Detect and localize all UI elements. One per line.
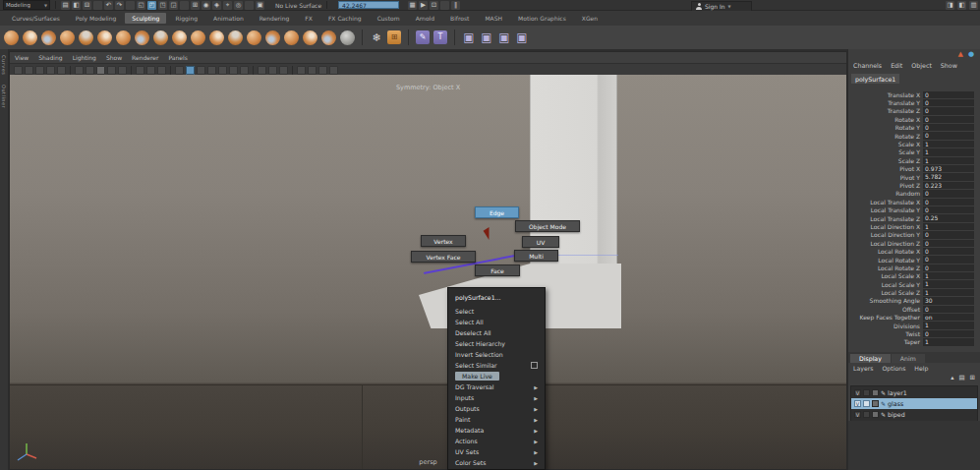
channel-label[interactable]: Translate X	[848, 91, 923, 98]
channel-label[interactable]: Translate Z	[848, 107, 923, 114]
snap-grid-icon[interactable]: ⊞	[191, 1, 200, 10]
channel-label[interactable]: Scale X	[848, 141, 923, 147]
shelf-tab[interactable]: Sculpting	[125, 13, 166, 24]
snap-curve-icon[interactable]: ◉	[202, 1, 210, 10]
layer-row[interactable]: V ✎ glass	[851, 398, 977, 409]
layer-editor-menu-item[interactable]: Layers	[853, 365, 873, 372]
bulge-tool-icon[interactable]	[284, 30, 299, 45]
shelf-tab[interactable]: Bifrost	[443, 13, 476, 24]
layer-playback-checkbox[interactable]	[863, 389, 870, 396]
layer-name[interactable]: biped	[888, 411, 905, 418]
snap-point-icon[interactable]: ◈	[212, 1, 221, 10]
gate-mask-icon[interactable]	[136, 66, 144, 75]
collapsed-panel-tab[interactable]: Outliner	[1, 85, 7, 108]
shelf-icon[interactable]	[362, 29, 363, 45]
2d-pan-zoom-icon[interactable]	[75, 66, 84, 75]
channel-value-field[interactable]: 1	[923, 157, 974, 164]
channel-value-field[interactable]: 0	[923, 132, 974, 139]
channel-label[interactable]: Translate Y	[848, 99, 923, 106]
channel-label[interactable]: Local Translate Y	[848, 206, 923, 213]
channel-value-field[interactable]: 1	[923, 141, 974, 147]
xray-icon[interactable]	[268, 66, 277, 75]
amplify-tool-icon[interactable]	[303, 30, 317, 45]
shaded-icon[interactable]	[186, 66, 195, 75]
channel-box-menu-item[interactable]: Show	[941, 62, 957, 69]
flatten-tool-icon[interactable]	[97, 30, 112, 45]
sculpt-tool-icon[interactable]	[4, 30, 19, 45]
layer-visibility-checkbox[interactable]: V	[854, 400, 861, 407]
panel-toolbar-icon[interactable]	[253, 66, 254, 76]
context-menu-item[interactable]: Select All	[448, 317, 545, 327]
viewport-canvas[interactable]: Symmetry: Object X persp	[10, 75, 846, 469]
select-mask-hierarchy-icon[interactable]: ◱	[137, 1, 145, 10]
channel-value-field[interactable]: 0.25	[923, 214, 974, 221]
status-icon[interactable]	[126, 1, 135, 10]
context-menu-item[interactable]: Actions ▶	[448, 436, 545, 446]
context-menu-item[interactable]: Make Live	[448, 371, 545, 382]
channel-value-field[interactable]: 1	[923, 289, 974, 296]
marking-menu-item-face[interactable]: Face	[475, 264, 520, 276]
ipr-render-icon[interactable]: ▶	[419, 1, 428, 10]
channel-label[interactable]: Rotate X	[848, 116, 923, 123]
mesh-remesh-icon[interactable]: ▣	[480, 30, 493, 44]
channel-value-field[interactable]: 30	[923, 297, 974, 304]
mesh-smooth-icon[interactable]: ▣	[515, 30, 529, 44]
channel-label[interactable]: Scale Y	[848, 148, 923, 155]
render-icon[interactable]	[440, 1, 449, 10]
new-scene-icon[interactable]: ▤	[61, 1, 70, 10]
marking-menu-item-edge[interactable]: Edge	[475, 206, 519, 218]
channel-label[interactable]: Local Rotate Y	[848, 257, 923, 264]
snap-plane-icon[interactable]: ⌖	[223, 1, 232, 10]
channel-value-field[interactable]: on	[923, 314, 974, 321]
channel-value-field[interactable]: 0	[923, 91, 974, 98]
panel-toolbar-icon[interactable]	[131, 66, 132, 76]
panel-toolbar-icon[interactable]	[70, 66, 71, 76]
shelf-tab[interactable]: Motion Graphics	[511, 13, 573, 24]
panel-toolbar-icon[interactable]	[292, 66, 293, 76]
relax-tool-icon[interactable]	[41, 30, 56, 45]
channel-label[interactable]: Local Scale X	[848, 272, 923, 279]
construction-history-icon[interactable]: ▣	[256, 1, 264, 10]
new-empty-layer-icon[interactable]: ▤	[958, 375, 964, 382]
panel-menu-item[interactable]: Renderer	[132, 54, 158, 61]
shelf-tab[interactable]: Curves/Surfaces	[5, 13, 67, 24]
textured-icon[interactable]	[197, 66, 205, 75]
shelf-tab[interactable]: Custom	[371, 13, 407, 24]
channel-label[interactable]: Local Scale Y	[848, 281, 923, 288]
move-layer-up-icon[interactable]: ▴	[951, 375, 953, 382]
save-scene-icon[interactable]: ⊟	[83, 1, 91, 10]
layer-editor-menu-item[interactable]: Options	[882, 365, 905, 372]
channel-value-field[interactable]: 1	[923, 148, 974, 155]
sculpt-mask-icon[interactable]: ✎	[416, 30, 430, 44]
gamma-icon[interactable]	[329, 66, 338, 75]
channel-value-field[interactable]: 0	[923, 107, 974, 114]
stamp-image-icon[interactable]: T	[433, 30, 447, 44]
scrape-tool-icon[interactable]	[209, 30, 224, 45]
context-menu-item[interactable]: Select	[448, 306, 545, 317]
channel-label[interactable]: Divisions	[848, 323, 923, 329]
layer-playback-checkbox[interactable]	[863, 411, 870, 418]
status-icon[interactable]	[245, 1, 254, 10]
convert-to-frozen-icon[interactable]	[340, 30, 355, 45]
screen-space-ao-icon[interactable]	[229, 66, 238, 75]
channel-box-toggle-icon[interactable]: ▥	[969, 1, 978, 10]
status-icon[interactable]	[93, 1, 102, 10]
context-menu-item[interactable]: DG Traversal ▶	[448, 382, 545, 392]
channel-box-menu-item[interactable]: Object	[911, 62, 932, 69]
layer-color-swatch[interactable]	[872, 400, 879, 407]
resolution-gate-icon[interactable]	[118, 66, 127, 75]
grab-tool-icon[interactable]	[60, 30, 75, 45]
channel-value-field[interactable]: 0	[923, 206, 974, 213]
channel-value-field[interactable]: 0	[923, 256, 974, 263]
wireframe-icon[interactable]	[175, 66, 184, 75]
context-menu-item[interactable]: Invert Selection	[448, 349, 545, 360]
smooth-tool-icon[interactable]	[23, 30, 37, 45]
channel-label[interactable]: Local Direction Y	[848, 231, 923, 238]
panel-menu-item[interactable]: Lighting	[73, 54, 96, 61]
channel-box-menu-item[interactable]: Edit	[891, 62, 902, 69]
panel-toolbar-icon[interactable]	[170, 66, 171, 76]
layer-color-swatch[interactable]	[872, 389, 879, 396]
grease-pencil-icon[interactable]	[86, 66, 94, 75]
shelf-tab[interactable]: Rigging	[168, 13, 204, 24]
mesh-cube-icon[interactable]: ▣	[462, 30, 476, 44]
